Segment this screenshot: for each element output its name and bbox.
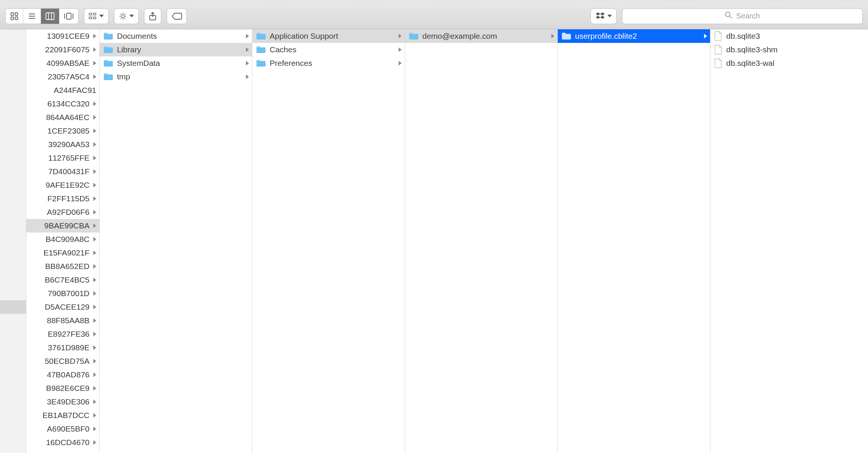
list-item[interactable]: 790B7001D — [26, 287, 99, 300]
list-item[interactable]: Caches — [252, 43, 405, 56]
list-item[interactable]: demo@example.com — [405, 29, 557, 43]
list-item[interactable]: 13091CEE9 — [26, 29, 99, 43]
column-1[interactable]: 13091CEE922091F60754099AB5AE23057A5C4A24… — [26, 29, 100, 453]
chevron-right-icon — [551, 34, 554, 38]
chevron-right-icon — [399, 34, 402, 38]
list-item[interactable]: 6134CC320 — [26, 97, 99, 111]
item-label: 39290AA53 — [28, 140, 90, 149]
list-item[interactable]: Preferences — [252, 56, 405, 70]
view-columns-button[interactable] — [41, 9, 59, 24]
list-item[interactable]: F2FF115D5 — [26, 192, 99, 205]
svg-rect-18 — [93, 17, 96, 19]
sidebar-selection — [0, 300, 26, 314]
chevron-right-icon — [93, 305, 96, 309]
list-item[interactable]: B4C909A8C — [26, 233, 99, 246]
chevron-right-icon — [93, 196, 96, 201]
item-label: Documents — [117, 32, 242, 41]
list-item[interactable]: B982E6CE9 — [26, 382, 99, 395]
list-item[interactable]: tmp — [100, 70, 252, 84]
list-item[interactable]: 9BAE99CBA — [26, 219, 99, 233]
list-item[interactable]: userprofile.cblite2 — [558, 29, 710, 43]
search-field[interactable]: Search — [622, 8, 863, 24]
chevron-right-icon — [93, 47, 96, 52]
list-item[interactable]: 16DCD4670 — [26, 436, 99, 449]
item-label: 7D400431F — [28, 167, 90, 176]
svg-rect-15 — [89, 13, 92, 15]
edit-tags-button[interactable] — [167, 8, 187, 24]
chevron-right-icon — [93, 251, 96, 255]
search-placeholder: Search — [736, 12, 760, 20]
item-label: 16DCD4670 — [28, 438, 90, 447]
item-label: SystemData — [117, 59, 242, 68]
column-4[interactable]: demo@example.com — [405, 29, 558, 453]
chevron-right-icon — [399, 61, 402, 65]
chevron-right-icon — [93, 169, 96, 174]
item-label: 112765FFE — [28, 154, 90, 163]
list-item[interactable]: 9AFE1E92C — [26, 178, 99, 192]
list-item[interactable]: Library — [100, 43, 252, 56]
chevron-right-icon — [93, 427, 96, 431]
list-item[interactable]: 3761D989E — [26, 341, 99, 354]
list-item[interactable]: Documents — [100, 29, 252, 43]
file-icon — [714, 31, 722, 41]
list-item[interactable]: 39290AA53 — [26, 138, 99, 151]
list-item[interactable]: db.sqlite3-wal — [710, 56, 868, 70]
folder-icon — [409, 32, 419, 40]
chevron-right-icon — [704, 34, 707, 38]
list-item[interactable]: A92FD06F6 — [26, 205, 99, 219]
chevron-right-icon — [93, 278, 96, 282]
item-label: 4099AB5AE — [28, 59, 90, 68]
item-label: tmp — [117, 72, 242, 81]
sidebar[interactable] — [0, 29, 26, 453]
list-item[interactable]: 50ECBD75A — [26, 354, 99, 368]
item-label: B6C7E4BC5 — [28, 275, 90, 284]
column-5[interactable]: userprofile.cblite2 — [558, 29, 710, 453]
chevron-right-icon — [93, 440, 96, 445]
chevron-right-icon — [246, 61, 249, 65]
toolbar: Search — [0, 3, 868, 29]
list-item[interactable]: BB8A652ED — [26, 260, 99, 273]
action-gear-button[interactable] — [114, 8, 139, 24]
item-label: 50ECBD75A — [28, 357, 90, 366]
list-item[interactable]: db.sqlite3-shm — [710, 43, 868, 56]
list-item[interactable]: A244FAC91 — [26, 84, 99, 97]
item-label: 13091CEE9 — [28, 32, 90, 41]
svg-line-22 — [730, 16, 732, 18]
list-item[interactable]: 88F85AA8B — [26, 314, 99, 327]
dropbox-button[interactable] — [590, 8, 617, 24]
list-item[interactable]: 864AA64EC — [26, 111, 99, 124]
list-item[interactable]: 23057A5C4 — [26, 70, 99, 84]
share-button[interactable] — [144, 8, 161, 24]
group-by-button[interactable] — [84, 8, 109, 24]
list-item[interactable]: 112765FFE — [26, 151, 99, 165]
list-item[interactable]: db.sqlite3 — [710, 29, 868, 43]
list-item[interactable]: 22091F6075 — [26, 43, 99, 56]
file-icon — [714, 58, 722, 68]
chevron-right-icon — [93, 318, 96, 323]
chevron-right-icon — [93, 264, 96, 269]
list-item[interactable]: EB1AB7DCC — [26, 409, 99, 422]
list-item[interactable]: SystemData — [100, 56, 252, 70]
list-item[interactable]: B6C7E4BC5 — [26, 273, 99, 287]
list-item[interactable]: 7D400431F — [26, 165, 99, 178]
list-item[interactable]: E15FA9021F — [26, 246, 99, 260]
column-6[interactable]: db.sqlite3db.sqlite3-shmdb.sqlite3-wal — [710, 29, 868, 453]
chevron-right-icon — [246, 34, 249, 38]
list-item[interactable]: D5ACEE129 — [26, 300, 99, 314]
list-item[interactable]: E8927FE36 — [26, 327, 99, 341]
list-item[interactable]: 3E49DE306 — [26, 395, 99, 409]
chevron-right-icon — [93, 61, 96, 65]
list-item[interactable]: 47B0AD876 — [26, 368, 99, 382]
chevron-down-icon — [129, 15, 134, 17]
list-item[interactable]: Application Support — [252, 29, 405, 43]
list-item[interactable]: A690E5BF0 — [26, 422, 99, 436]
view-list-button[interactable] — [23, 9, 41, 24]
column-3[interactable]: Application SupportCachesPreferences — [252, 29, 405, 453]
column-2[interactable]: DocumentsLibrarySystemDatatmp — [100, 29, 252, 453]
list-item[interactable]: 4099AB5AE — [26, 56, 99, 70]
item-label: 9AFE1E92C — [28, 181, 90, 190]
view-icon-button[interactable] — [6, 9, 23, 24]
view-gallery-button[interactable] — [59, 9, 78, 24]
list-item[interactable]: 1CEF23085 — [26, 124, 99, 138]
item-label: D5ACEE129 — [28, 303, 90, 312]
